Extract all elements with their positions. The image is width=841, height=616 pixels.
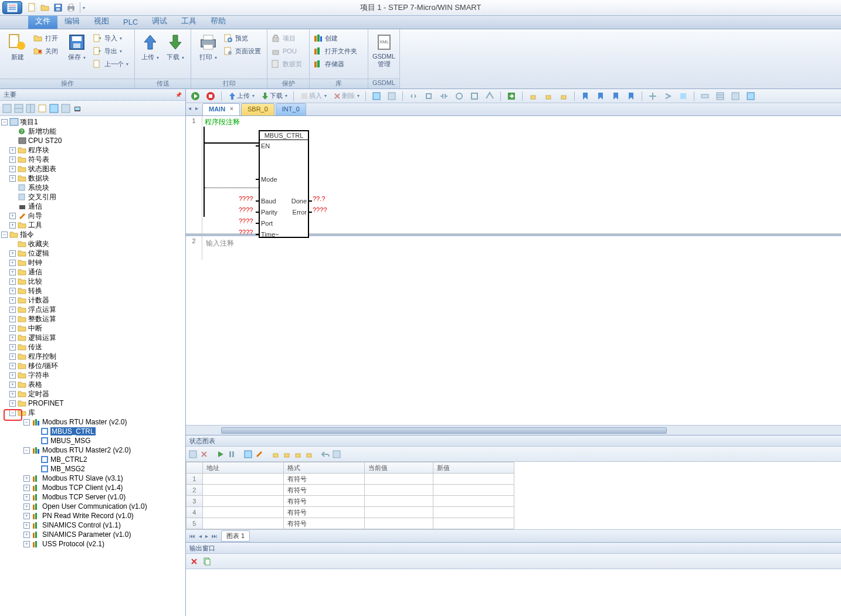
view5-icon[interactable] [49,104,59,113]
insert-button[interactable]: 插入 [297,90,329,102]
run-button[interactable] [188,90,202,102]
tree-datablk[interactable]: +数据块 [0,173,185,183]
chart-tab[interactable]: 图表 1 [221,530,250,542]
print-button[interactable]: 打印 [194,30,222,62]
tab-plc[interactable]: PLC [116,16,145,29]
tb-ic5[interactable] [437,90,451,102]
pagesetup-button[interactable]: 页面设置 [222,45,264,57]
tb-bm2[interactable] [594,90,608,102]
save-icon[interactable] [53,3,63,12]
tree-comm2[interactable]: +通信 [0,267,185,277]
tb-bm3[interactable] [609,90,623,102]
new-icon[interactable] [28,3,37,12]
tree-newfeature[interactable]: ?新增功能 [0,127,185,136]
tab-edit[interactable]: 编辑 [57,14,87,29]
network-1[interactable]: 1 程序段注释 MBUS_CTRL EN Mode BaudDone Parit [186,116,841,234]
tree-comm[interactable]: 通信 [0,202,185,211]
nav-next-icon[interactable]: ▸ [205,533,208,539]
tree-fav[interactable]: 收藏夹 [0,239,185,249]
lib-openfolder-button[interactable]: 打开文件夹 [312,45,361,57]
close-button[interactable]: 关闭 [32,45,62,57]
pou-protect-button[interactable]: POU [270,45,306,57]
project-tree[interactable]: −项目1 ?新增功能 CPU ST20 +程序块 +符号表 +状态图表 +数据块… [0,116,185,616]
tree-cpu[interactable]: CPU ST20 [0,136,185,145]
out-clear-icon[interactable] [189,557,199,566]
tree-profinet[interactable]: +PROFINET [0,399,185,408]
sc-lock3-icon[interactable] [293,450,303,459]
tree-mbus-ctrl[interactable]: MBUS_CTRL [0,427,185,436]
tree-sina-param[interactable]: +SINAMICS Parameter (v1.0) [0,530,185,539]
tab-help[interactable]: 帮助 [204,14,233,29]
tab-main[interactable]: MAIN× [202,103,240,115]
param-done[interactable]: ??.? [313,195,325,202]
tb-y2[interactable] [713,90,727,102]
close-tab-icon[interactable]: × [230,105,233,115]
sc-view-icon[interactable] [243,450,253,459]
tab-tools[interactable]: 工具 [174,14,204,29]
output-body[interactable] [186,569,841,616]
table-row[interactable]: 3有符号 [186,496,514,507]
print-icon[interactable] [66,3,76,12]
tb-x2[interactable] [661,90,675,102]
tree-string[interactable]: +字符串 [0,370,185,380]
tree-bitlogic[interactable]: +位逻辑 [0,249,185,258]
out-copy-icon[interactable] [202,557,212,566]
qat-customize-icon[interactable]: ▾ [83,5,85,11]
tab-view[interactable]: 视图 [87,14,116,29]
tb-lock1[interactable] [526,90,540,102]
tb-y1[interactable] [698,90,712,102]
tree-mbus-msg[interactable]: MBUS_MSG [0,436,185,445]
sc-run-icon[interactable] [216,450,225,459]
view4-icon[interactable] [38,104,47,113]
ladder-editor[interactable]: 1 程序段注释 MBUS_CTRL EN Mode BaudDone Parit [186,116,841,425]
tab-scroll-right-icon[interactable]: ▸ [195,105,201,111]
param-baud[interactable]: ???? [239,195,253,202]
sc-lock1-icon[interactable] [271,450,280,459]
tb-ic8[interactable] [483,90,497,102]
tab-int0[interactable]: INT_0 [276,103,306,115]
project-protect-button[interactable]: 项目 [270,32,306,45]
tree-rtu-master2[interactable]: −Modbus RTU Master2 (v2.0) [0,445,185,455]
tree-compare[interactable]: +比较 [0,277,185,286]
prev-button[interactable]: 上一个 [91,57,132,70]
fb-mbus-ctrl[interactable]: MBUS_CTRL EN Mode BaudDone ParityError P… [259,130,309,238]
tree-wizard[interactable]: +向导 [0,211,185,220]
table-row[interactable]: 4有符号 [186,507,514,518]
param-port[interactable]: ???? [239,217,253,224]
tree-xfer[interactable]: +传送 [0,342,185,352]
sc-pause-icon[interactable] [227,450,236,459]
table-row[interactable]: 2有符号 [186,485,514,496]
export-button[interactable]: 导出 [91,45,132,57]
tab-scroll-left-icon[interactable]: ◂ [188,105,194,111]
table-row[interactable]: 5有符号 [186,518,514,529]
tb-lock2[interactable] [541,90,555,102]
tree-tools[interactable]: +工具 [0,220,185,230]
tree-tcp-client[interactable]: +Modbus TCP Client (v1.4) [0,483,185,492]
lib-memory-button[interactable]: 存储器 [312,57,361,70]
save-button[interactable]: 保存 [62,30,91,62]
h-scrollbar[interactable] [186,425,841,435]
sc-lock4-icon[interactable] [304,450,314,459]
tree-pnrw[interactable]: +PN Read Write Record (v1.0) [0,511,185,520]
sc-undo-icon[interactable] [321,450,330,459]
tree-convert[interactable]: +转换 [0,286,185,295]
tb-x1[interactable] [646,90,660,102]
tree-rtu-master[interactable]: −Modbus RTU Master (v2.0) [0,417,185,427]
view7-icon[interactable] [73,104,82,113]
view-icon[interactable] [2,104,12,113]
open-button[interactable]: 打开 [32,32,62,45]
tree-timer[interactable]: +定时器 [0,389,185,399]
nav-prev-icon[interactable]: ◂ [199,533,202,539]
import-button[interactable]: 导入 [91,32,132,45]
open-icon[interactable] [40,3,50,12]
tb-ic2[interactable] [385,90,399,102]
preview-button[interactable]: 预览 [222,32,264,45]
sc-edit-icon[interactable] [255,450,264,459]
tb-ic1[interactable] [369,90,384,102]
view6-icon[interactable] [61,104,70,113]
network-comment[interactable]: 程序段注释 [202,116,841,128]
stop-button[interactable] [204,90,218,102]
tb-ic3[interactable] [406,90,420,102]
tb-ic6[interactable] [452,90,466,102]
tb-download-button[interactable]: 下载 [258,90,290,102]
